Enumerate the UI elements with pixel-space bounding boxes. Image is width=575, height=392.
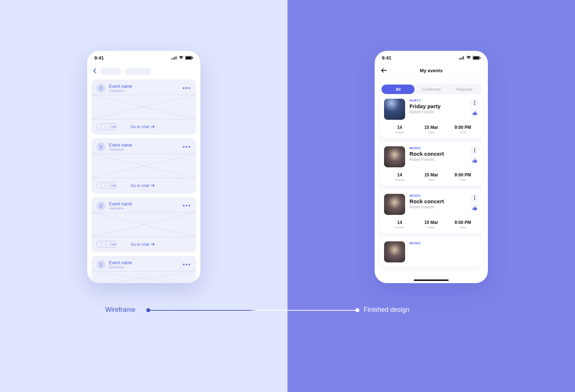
tab-rejected[interactable]: Rejected [448, 85, 481, 94]
wireframe-event-card[interactable]: Event nameUsername•••+10Go to chat [91, 79, 196, 135]
svg-point-7 [100, 87, 102, 88]
wifi-icon [466, 56, 471, 60]
svg-rect-1 [173, 58, 174, 60]
guest-count: 14 [384, 172, 415, 177]
event-name: Rock concert [409, 151, 466, 157]
status-time: 9:41 [382, 55, 391, 61]
event-name: Event name [109, 143, 132, 148]
event-time: 9:00 PM [447, 172, 478, 177]
event-card[interactable]: MUSICRock concertRobert Franclin14Guests… [380, 142, 483, 186]
attendee-avatars: +10 [97, 123, 117, 130]
event-organizer: Robert Franclin [409, 205, 466, 209]
time-label: Time [447, 131, 478, 134]
svg-point-26 [474, 199, 475, 200]
caption-wireframe: Wireframe [105, 306, 135, 314]
finished-phone: 9:41 My events AllConfirmedRejected P [375, 51, 488, 283]
more-icon[interactable]: ••• [183, 85, 191, 91]
svg-rect-16 [473, 56, 479, 59]
attendee-avatars: +10 [97, 182, 117, 189]
event-date: 15 Mar [416, 125, 447, 130]
guests-label: Guests [384, 226, 415, 229]
caption-finished: Finished design [364, 306, 409, 314]
tab-all[interactable]: All [382, 85, 415, 94]
go-to-chat-button[interactable]: Go to chat [131, 183, 155, 188]
signal-icon [459, 56, 465, 60]
placeholder-pill [125, 68, 151, 75]
time-label: Time [447, 178, 478, 181]
username: Username [109, 89, 132, 93]
avatar-icon [97, 201, 105, 210]
wireframe-phone: 9:41 Event nameUsername•••+10Go to chat … [87, 51, 200, 283]
svg-point-18 [474, 101, 475, 102]
event-image [384, 194, 405, 215]
status-bar: 9:41 [87, 51, 200, 65]
finished-header: My events [375, 65, 488, 79]
wireframe-header [87, 65, 200, 79]
svg-point-25 [474, 197, 475, 199]
svg-rect-3 [176, 56, 176, 60]
event-date: 15 Mar [416, 220, 447, 225]
guest-count: 14 [384, 220, 415, 225]
more-icon[interactable]: ••• [183, 203, 191, 209]
signal-icon [171, 56, 177, 60]
more-icon[interactable] [470, 194, 478, 202]
back-icon[interactable] [93, 68, 97, 75]
event-name: Event name [109, 201, 132, 207]
wireframe-event-card[interactable]: Event nameUsername•••+10Go to chat [91, 197, 196, 252]
wireframe-list: Event nameUsername•••+10Go to chat Event… [87, 79, 200, 283]
event-card[interactable]: MUSIC [380, 237, 483, 267]
battery-icon [473, 56, 481, 60]
svg-point-9 [100, 204, 102, 206]
event-name: Event name [109, 84, 132, 89]
guest-count: 14 [384, 125, 415, 130]
event-time: 9:00 PM [447, 125, 478, 130]
like-icon[interactable] [470, 204, 478, 212]
event-organizer: Robert Franclin [409, 158, 466, 162]
event-organizer: Robert Franclin [409, 110, 466, 114]
connector-dot [355, 308, 359, 312]
avatar-icon [97, 84, 105, 93]
svg-point-19 [474, 102, 475, 103]
event-image [384, 146, 405, 167]
battery-icon [185, 56, 193, 60]
event-name: Event name [109, 260, 132, 265]
guests-label: Guests [384, 178, 415, 181]
date-label: Date [416, 226, 447, 229]
connector-line [148, 310, 357, 311]
avatar-icon [97, 143, 105, 151]
event-category: PARTY [409, 99, 466, 102]
event-name: Rock concert [409, 198, 466, 204]
status-icons [171, 56, 193, 60]
page-title: My events [375, 68, 488, 73]
like-icon[interactable] [470, 109, 478, 117]
more-icon[interactable] [470, 99, 478, 107]
svg-rect-2 [174, 57, 175, 60]
svg-rect-12 [460, 58, 461, 60]
svg-rect-11 [459, 58, 460, 60]
placeholder-pill [100, 68, 121, 75]
time-label: Time [447, 226, 478, 229]
wireframe-event-card[interactable]: Event nameUsername•••+10Go to chat [91, 138, 196, 193]
go-to-chat-button[interactable]: Go to chat [131, 124, 155, 129]
more-icon[interactable]: ••• [183, 144, 191, 150]
wireframe-panel: 9:41 Event nameUsername•••+10Go to chat … [0, 0, 288, 392]
more-icon[interactable]: ••• [183, 261, 191, 268]
date-label: Date [416, 131, 447, 134]
username: Username [109, 265, 132, 269]
svg-rect-17 [480, 57, 481, 58]
svg-point-23 [474, 151, 475, 152]
like-icon[interactable] [470, 156, 478, 164]
status-bar: 9:41 [375, 51, 488, 65]
svg-point-21 [474, 148, 475, 149]
event-name: Friday party [409, 103, 466, 109]
svg-point-8 [100, 146, 102, 147]
svg-rect-14 [463, 56, 464, 60]
wireframe-event-card[interactable]: Event nameUsername••• [91, 256, 196, 283]
tab-confirmed[interactable]: Confirmed [415, 85, 448, 94]
go-to-chat-button[interactable]: Go to chat [131, 242, 155, 246]
svg-point-22 [474, 150, 475, 151]
event-card[interactable]: PARTYFriday partyRobert Franclin14Guests… [380, 94, 483, 138]
status-time: 9:41 [94, 55, 104, 61]
event-card[interactable]: MUSICRock concertRobert Franclin14Guests… [380, 189, 483, 233]
more-icon[interactable] [470, 146, 478, 154]
